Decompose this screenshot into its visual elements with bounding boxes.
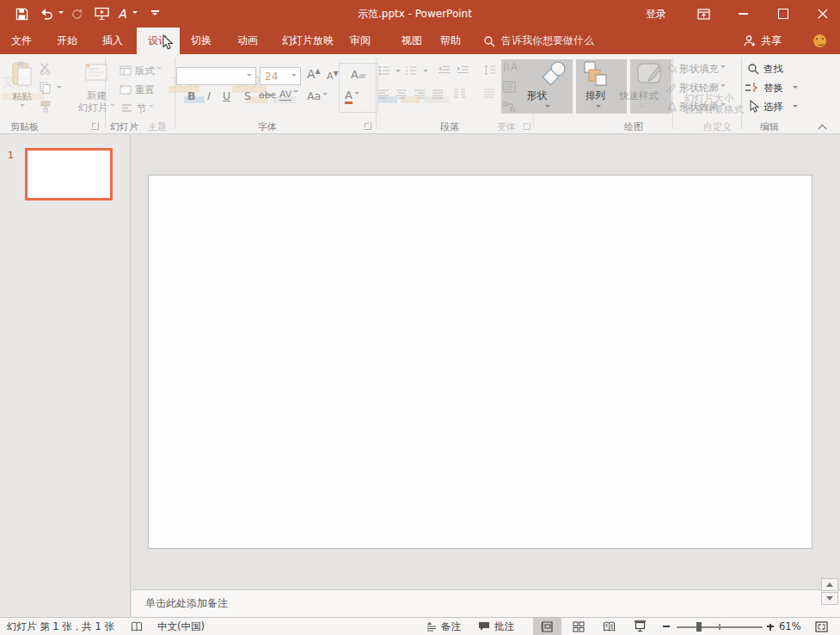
increase-font-button[interactable]: A▲ <box>307 67 321 81</box>
clipboard-dialog-launcher[interactable] <box>91 122 99 130</box>
replace-button[interactable]: 替换 <box>763 82 783 95</box>
font-group-label: 字体 <box>258 120 277 133</box>
font-tool-dropdown[interactable] <box>130 0 138 28</box>
undo-button[interactable] <box>37 0 56 28</box>
tell-me-search[interactable]: 告诉我你想要做什么 <box>483 28 594 54</box>
minimize-button[interactable] <box>724 0 762 28</box>
font-dialog-launcher[interactable] <box>364 122 371 130</box>
text-rows-icon[interactable] <box>483 89 495 99</box>
format-painter-icon[interactable] <box>40 101 52 113</box>
zoom-out-button[interactable] <box>663 618 670 635</box>
font-color-button[interactable]: A <box>345 89 359 102</box>
notes-pane[interactable]: 单击此处添加备注 <box>132 589 840 617</box>
previous-slide-button[interactable] <box>821 578 838 591</box>
slide-canvas[interactable] <box>148 175 812 549</box>
comments-toggle[interactable]: 批注 <box>478 618 514 635</box>
tab-insert[interactable]: 插入 <box>94 28 132 54</box>
change-case-button[interactable]: Aa <box>307 89 328 102</box>
text-direction-icon[interactable] <box>503 62 517 74</box>
decrease-indent-icon[interactable] <box>438 65 451 76</box>
bullets-dropdown[interactable] <box>395 70 401 75</box>
view-normal-button[interactable] <box>533 618 561 635</box>
notes-toggle[interactable]: 备注 <box>426 618 461 635</box>
copy-icon[interactable] <box>40 82 52 94</box>
tab-slideshow[interactable]: 幻灯片放映 <box>270 28 346 54</box>
replace-dropdown[interactable] <box>793 86 798 91</box>
section-button[interactable]: 节 <box>137 102 154 115</box>
ribbon-display-options-button[interactable] <box>688 0 719 28</box>
share-button[interactable]: 共享 <box>743 28 782 54</box>
slide-thumbnail-panel[interactable]: 1 <box>0 135 131 617</box>
collapse-ribbon-button[interactable] <box>819 123 828 129</box>
language-indicator[interactable]: 中文(中国) <box>157 618 205 635</box>
italic-button[interactable]: I <box>206 89 210 102</box>
numbering-dropdown[interactable] <box>423 70 428 75</box>
smartart-icon[interactable] <box>503 102 516 112</box>
fit-slide-to-window-button[interactable] <box>815 618 828 635</box>
zoom-in-button[interactable] <box>767 618 774 635</box>
shape-effects-button[interactable]: 形状效果 <box>679 101 726 114</box>
find-button[interactable]: 查找 <box>763 63 783 76</box>
notes-toggle-icon <box>426 621 437 632</box>
tab-review[interactable]: 审阅 <box>341 28 379 54</box>
align-right-icon[interactable] <box>414 89 426 99</box>
close-button[interactable] <box>805 0 840 28</box>
numbering-icon[interactable] <box>405 65 417 76</box>
cut-icon[interactable] <box>39 63 52 75</box>
qat-customize-button[interactable] <box>147 0 162 28</box>
ribbon-tab-row: 文件 开始 插入 设计 切换 动画 幻灯片放映 审阅 视图 帮助 告诉我你想要做… <box>0 28 840 54</box>
next-slide-button[interactable] <box>821 592 838 605</box>
align-text-icon[interactable] <box>503 81 516 93</box>
character-spacing-button[interactable]: AV <box>279 89 298 100</box>
decrease-font-button[interactable]: A▼ <box>327 70 339 82</box>
undo-dropdown[interactable] <box>56 0 64 28</box>
slides-group-label: 幻灯片 <box>110 120 138 133</box>
text-shadow-button[interactable]: S <box>244 89 251 102</box>
view-slideshow-button[interactable] <box>626 618 654 635</box>
shape-fill-button[interactable]: 形状填充 <box>679 63 726 76</box>
tab-design[interactable]: 设计 <box>137 28 180 54</box>
tab-file[interactable]: 文件 <box>3 28 40 54</box>
reset-button[interactable]: 重置 <box>135 83 155 96</box>
font-tool-button[interactable]: A <box>114 0 130 28</box>
align-center-icon[interactable] <box>396 89 408 99</box>
columns-icon[interactable] <box>453 89 466 100</box>
feedback-smiley-icon[interactable] <box>813 34 826 47</box>
select-dropdown[interactable] <box>793 105 798 110</box>
bold-button[interactable]: B <box>187 89 196 102</box>
view-slide-sorter-button[interactable] <box>564 618 592 635</box>
strikethrough-button[interactable]: abc <box>259 89 276 101</box>
new-slide-label-2: 幻灯片 <box>78 102 115 114</box>
layout-button[interactable]: 版式 <box>135 65 162 77</box>
font-name-combobox[interactable] <box>176 67 256 85</box>
start-slideshow-button[interactable] <box>91 0 112 28</box>
maximize-button[interactable] <box>764 0 802 28</box>
tab-home[interactable]: 开始 <box>48 28 86 54</box>
sign-in-button[interactable]: 登录 <box>636 0 676 28</box>
bullets-icon[interactable] <box>378 65 390 76</box>
clear-formatting-button[interactable]: A <box>351 68 365 81</box>
font-size-combobox[interactable]: 24 <box>260 67 301 85</box>
tab-view[interactable]: 视图 <box>393 28 431 54</box>
slide-counter[interactable]: 幻灯片 第 1 张，共 1 张 <box>7 618 114 635</box>
spellcheck-button[interactable] <box>131 618 143 635</box>
line-spacing-icon[interactable] <box>483 65 496 77</box>
justify-icon[interactable] <box>432 89 444 99</box>
variants-dialog-launcher-ghost[interactable] <box>523 122 530 130</box>
tab-animations[interactable]: 动画 <box>229 28 267 54</box>
slide-thumbnail[interactable] <box>25 148 113 200</box>
view-reading-button[interactable] <box>595 618 623 635</box>
align-left-icon[interactable] <box>378 89 389 99</box>
shape-outline-button[interactable]: 形状轮廓 <box>679 82 726 95</box>
increase-indent-icon[interactable] <box>457 65 469 76</box>
zoom-level[interactable]: 61% <box>779 618 801 635</box>
tab-transitions[interactable]: 切换 <box>182 28 220 54</box>
select-button[interactable]: 选择 <box>763 101 783 114</box>
underline-button[interactable]: U <box>223 89 230 102</box>
tab-help[interactable]: 帮助 <box>432 28 469 54</box>
copy-dropdown[interactable] <box>57 86 62 91</box>
save-button[interactable] <box>12 0 31 28</box>
close-icon <box>818 9 828 19</box>
zoom-slider-thumb[interactable] <box>696 622 702 632</box>
redo-button[interactable] <box>67 0 86 28</box>
